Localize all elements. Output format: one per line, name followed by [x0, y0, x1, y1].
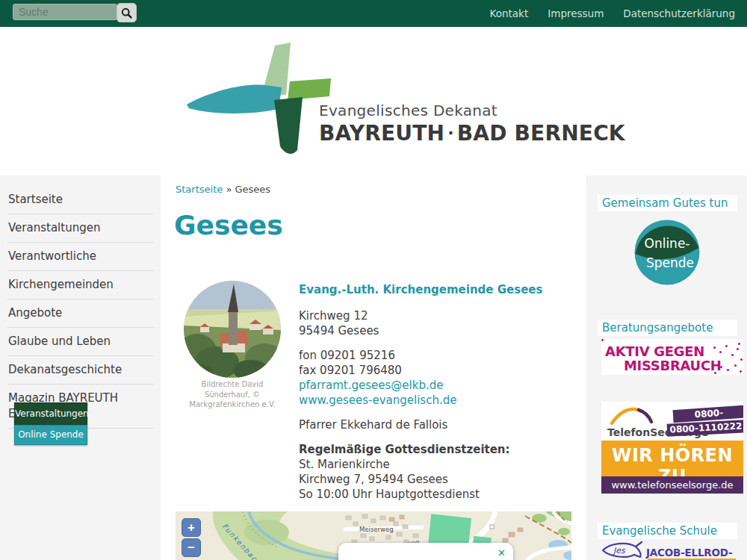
online-donation-button[interactable]: Online Spende	[14, 425, 87, 445]
right-heading-schule: Evangelische Schule	[598, 523, 737, 539]
sidebar-item-glaube-und-leben[interactable]: Glaube und Leben	[7, 328, 153, 356]
service-church: St. Marienkirche	[299, 457, 553, 472]
popup-close-icon[interactable]: ✕	[498, 548, 506, 558]
dekanat-logo-icon[interactable]	[185, 40, 335, 163]
parish-contact: Evang.-Luth. Kirchengemeinde Gesees Kirc…	[299, 282, 553, 502]
right-heading-beratung: Beratungsangebote	[598, 320, 737, 336]
right-heading-gutes-tun: Gemeinsam Gutes tun	[598, 195, 737, 211]
services-heading: Regelmäßige Gottesdienstzeiten:	[299, 442, 553, 457]
sidebar-item-startseite[interactable]: Startseite	[7, 186, 153, 214]
telefonseelsorge-banner[interactable]: TelefonSeelsorge 0800-1110111 0800-11102…	[601, 402, 743, 494]
svg-text:Jes: Jes	[612, 546, 626, 556]
page-title: Gesees	[174, 210, 283, 240]
breadcrumb-home-link[interactable]: Startseite	[176, 184, 223, 195]
service-time: So 10:00 Uhr Hauptgottesdienst	[299, 487, 553, 502]
pastor: Pfarrer Ekkehard de Fallois	[299, 417, 553, 432]
main-nav: Startseite Veranstaltungen Verantwortlic…	[0, 175, 161, 429]
map-street-label-1: Meiserweg	[359, 526, 394, 533]
sidebar-item-veranstaltungen[interactable]: Veranstaltungen	[7, 214, 153, 243]
photo-caption: Bildrechte David Sünderhauf, © Markgrafe…	[179, 379, 285, 410]
map-zoom-in-button[interactable]: +	[182, 518, 201, 537]
brand-title-separator: ·	[444, 123, 457, 142]
parish-name-link[interactable]: Evang.-Luth. Kirchengemeinde Gesees	[299, 283, 542, 296]
donation-circle-icon	[634, 220, 700, 285]
brand-title: BAYREUTH·BAD BERNECK	[319, 121, 625, 146]
search-button[interactable]	[117, 3, 137, 22]
breadcrumb-separator: »	[226, 184, 232, 195]
brand-subtitle: Evangelisches Dekanat	[319, 102, 625, 119]
brand-text: Evangelisches Dekanat BAYREUTH·BAD BERNE…	[319, 102, 625, 146]
fax: fax 09201 796480	[299, 363, 553, 378]
link-impressum[interactable]: Impressum	[548, 7, 604, 19]
sidebar-item-verantwortliche[interactable]: Verantwortliche	[7, 243, 153, 271]
church-photo	[184, 281, 281, 378]
online-donation-badge[interactable]: Online- Spende	[634, 220, 700, 285]
address-line-1: Kirchweg 12	[299, 308, 553, 323]
aktiv-gegen-missbrauch-banner[interactable]: AKTIV GEGEN MISSBRAUCH	[601, 339, 743, 375]
service-address: Kirchweg 7, 95494 Gesees	[299, 472, 553, 487]
school-fish-icon: Jes	[600, 541, 643, 560]
search-input[interactable]	[13, 4, 117, 20]
site-header: Evangelisches Dekanat BAYREUTH·BAD BERNE…	[0, 27, 747, 169]
link-kontakt[interactable]: Kontakt	[490, 7, 529, 19]
top-bar: Kontakt Impressum Datenschutzerklärung	[0, 0, 747, 27]
topbar-links: Kontakt Impressum Datenschutzerklärung	[490, 0, 735, 27]
right-sidebar: Gemeinsam Gutes tun Online- Spende Berat…	[586, 175, 747, 560]
email-link[interactable]: pfarramt.gesees@elkb.de	[299, 379, 443, 392]
aktiv-dots-decoration	[601, 339, 604, 341]
website-link[interactable]: www.gesees-evangelisch.de	[299, 393, 456, 407]
breadcrumb-current: Gesees	[235, 184, 271, 195]
left-sidebar: Startseite Veranstaltungen Verantwortlic…	[0, 175, 161, 560]
sidebar-item-angebote[interactable]: Angebote	[7, 299, 153, 328]
map-popup: ✕	[338, 543, 513, 560]
sidebar-item-kirchengemeinden[interactable]: Kirchengemeinden	[7, 271, 153, 299]
phone: fon 09201 95216	[299, 348, 553, 363]
search-icon	[121, 7, 132, 19]
address-line-2: 95494 Gesees	[299, 323, 553, 338]
school-logo-block[interactable]: Jes JACOB-ELLROD-SCHULE	[600, 541, 742, 560]
map[interactable]: Meiserweg Lerchenweg Funkenbach + − ✕	[176, 511, 571, 560]
sidebar-item-dekanatsgeschichte[interactable]: Dekanatsgeschichte	[7, 356, 153, 385]
link-datenschutz[interactable]: Datenschutzerklärung	[623, 7, 735, 19]
map-zoom-out-button[interactable]: −	[182, 538, 201, 557]
ts-url: www.telefonseelsorge.de	[601, 476, 743, 494]
ts-arc-icon	[606, 404, 655, 426]
breadcrumb: Startseite » Gesees	[176, 184, 270, 195]
page: Kontakt Impressum Datenschutzerklärung E…	[0, 0, 747, 560]
events-button[interactable]: Veranstaltungen	[14, 402, 87, 426]
